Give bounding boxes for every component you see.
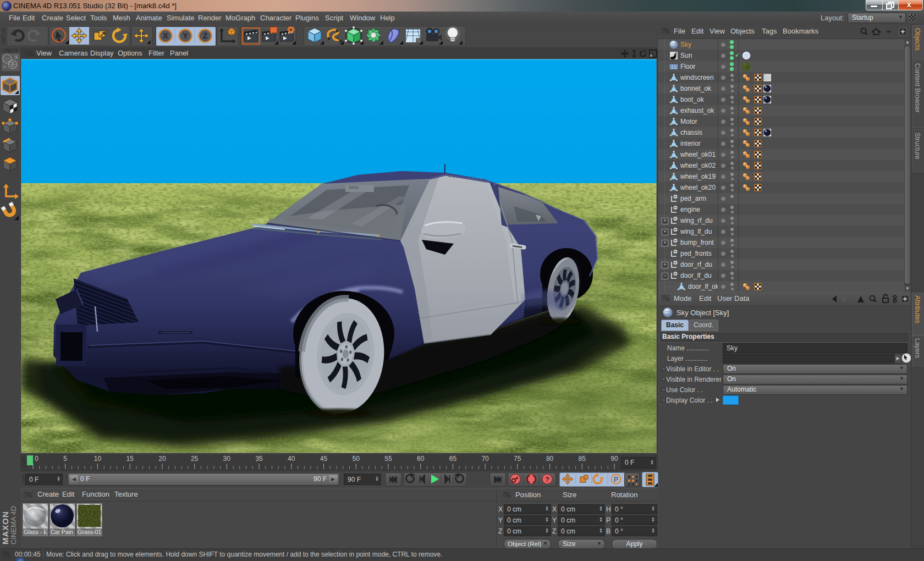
svg-text:80: 80: [546, 455, 554, 463]
svg-text:P: P: [614, 476, 618, 483]
svg-text:60: 60: [417, 455, 425, 463]
svg-text:75: 75: [514, 455, 521, 463]
svg-text:0: 0: [675, 272, 676, 275]
svg-text:0: 0: [675, 261, 676, 264]
svg-text:0: 0: [675, 206, 676, 209]
svg-text:35: 35: [255, 455, 263, 463]
svg-text:0: 0: [675, 239, 676, 242]
svg-text:85: 85: [579, 455, 586, 463]
svg-text:55: 55: [384, 455, 392, 463]
svg-text:45: 45: [320, 455, 328, 463]
svg-text:70: 70: [481, 455, 489, 463]
svg-text:15: 15: [127, 455, 134, 463]
svg-text:30: 30: [223, 455, 231, 463]
svg-text:5: 5: [63, 455, 67, 463]
svg-text:0: 0: [675, 250, 676, 253]
svg-text:Z: Z: [203, 31, 208, 40]
svg-text:20: 20: [158, 455, 166, 463]
svg-text:65: 65: [449, 455, 457, 463]
svg-text:Y: Y: [183, 31, 188, 40]
svg-text:X: X: [163, 31, 168, 40]
svg-text:0: 0: [675, 195, 676, 198]
svg-text:0: 0: [675, 228, 676, 231]
svg-text:40: 40: [288, 455, 295, 463]
svg-text:?: ?: [545, 475, 549, 483]
svg-text:10: 10: [94, 455, 102, 463]
svg-text:25: 25: [191, 455, 199, 463]
svg-text:90: 90: [610, 455, 618, 463]
svg-text:0: 0: [675, 217, 676, 220]
svg-text:50: 50: [353, 455, 360, 463]
svg-text:0: 0: [35, 455, 38, 463]
